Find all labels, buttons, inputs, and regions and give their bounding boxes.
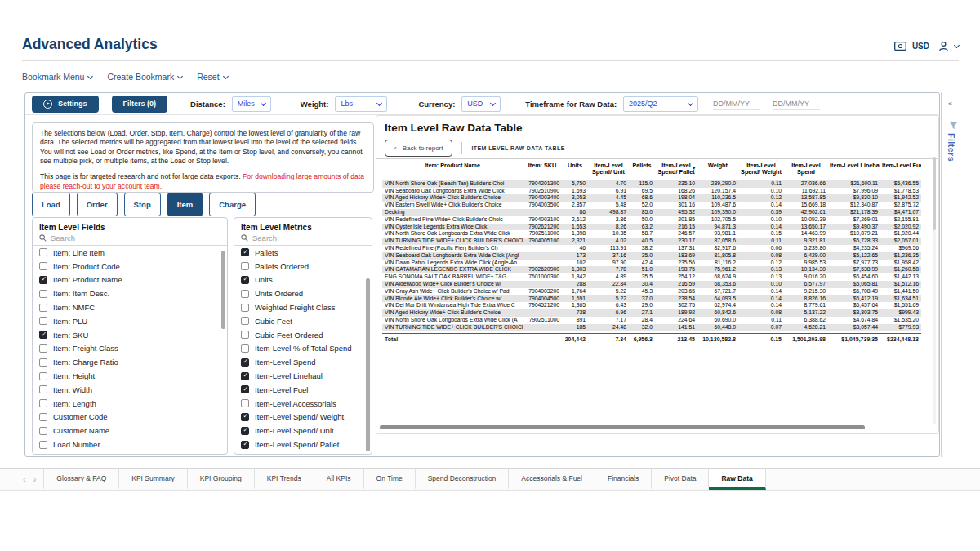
column-header[interactable]: Pallets	[629, 161, 655, 180]
checkbox-icon[interactable]	[39, 399, 47, 407]
metric-checkbox-row[interactable]: Pallets Ordered	[234, 260, 372, 273]
table-row[interactable]: VIN Blonde Ale Wide+ Click Builder's Cho…	[382, 295, 921, 303]
field-checkbox-row[interactable]: Item: Length	[33, 397, 227, 411]
report-page-tab[interactable]: KPI Trends	[255, 469, 314, 490]
field-checkbox-row[interactable]: Item: Freight Class	[33, 342, 227, 356]
checkbox-icon[interactable]	[39, 385, 47, 393]
metric-checkbox-row[interactable]: Units Ordered	[234, 287, 372, 300]
column-header[interactable]: Item-Level Spend/ Unit	[588, 161, 629, 180]
checkbox-icon[interactable]	[241, 427, 249, 435]
metric-checkbox-row[interactable]: Cubic Feet	[234, 314, 372, 328]
table-row[interactable]: VIN Seaboard Oak Longboards Extra Wide C…	[382, 252, 921, 260]
checkbox-icon[interactable]	[39, 413, 47, 421]
metric-checkbox-row[interactable]: Item-Level Accessorials	[234, 397, 372, 411]
report-page-tab[interactable]: Spend Deconstruction	[416, 469, 510, 490]
checkbox-icon[interactable]	[241, 441, 249, 449]
checkbox-icon[interactable]	[241, 304, 249, 312]
checkbox-icon[interactable]	[39, 344, 47, 353]
column-header[interactable]: Item: Product Name	[382, 161, 523, 180]
table-horizontal-scrollbar[interactable]	[380, 425, 865, 429]
sort-descending-icon[interactable]: ▼	[692, 166, 696, 171]
checkbox-icon[interactable]	[241, 344, 249, 353]
table-row[interactable]: VIN North Shore Oak Longboards Extra Wid…	[382, 317, 921, 324]
table-row[interactable]: VIN North Shore Oak Longboards Extra Wid…	[382, 230, 921, 238]
column-header[interactable]: Item-Level Linehaul	[828, 161, 880, 180]
checkbox-icon[interactable]	[241, 385, 249, 393]
column-header[interactable]: Item: SKU	[523, 161, 562, 180]
table-row[interactable]: VIN Eastern Swell Wide+ Click Builder's …	[382, 202, 921, 209]
table-row[interactable]: VIN Gray Ash Wide+ Click Builder's Choic…	[382, 288, 921, 295]
table-row[interactable]: VIN Alderwood Wide+ Click Builder's Choi…	[382, 281, 921, 288]
level-button[interactable]: Item	[167, 193, 203, 216]
checkbox-icon[interactable]	[39, 248, 47, 256]
checkbox-icon[interactable]	[241, 399, 249, 407]
table-row[interactable]: VIN TURNING TIDE WIDE+ CLICK BUILDER'S C…	[382, 324, 921, 331]
column-header[interactable]: Item-Level Spend	[784, 161, 828, 180]
table-row[interactable]: Decking 86 498.87 85.0 495.32 109,390.0 …	[382, 209, 921, 216]
scrollbar-thumb[interactable]	[933, 157, 936, 230]
table-row[interactable]: VIN North Shore Oak (Beach Tan) Builder'…	[382, 180, 921, 187]
table-row[interactable]: VIN Redefined Pine (Pacific Pier) Builde…	[382, 245, 921, 252]
table-row[interactable]: VIN Del Mar Drift Windansea High Tide Ex…	[382, 302, 921, 309]
checkbox-icon[interactable]	[39, 441, 47, 449]
filters-pane-label[interactable]: Filters	[947, 133, 956, 162]
collapse-pane-icon[interactable]: «	[948, 100, 952, 108]
report-page-tab[interactable]: Financials	[595, 469, 652, 490]
checkbox-icon[interactable]	[241, 372, 249, 380]
table-row[interactable]: VIN Oyster Isle Legends Extra Wide Click…	[382, 224, 921, 231]
user-icon[interactable]	[938, 41, 949, 51]
metric-checkbox-row[interactable]: Item-Level Spend	[234, 355, 372, 369]
report-page-tab[interactable]: Pivot Data	[652, 469, 709, 490]
distance-dropdown[interactable]: Miles	[232, 96, 271, 112]
tabs-next-icon[interactable]: ›	[33, 474, 37, 484]
currency-dropdown[interactable]: USD	[461, 96, 501, 112]
field-checkbox-row[interactable]: Item: Charge Ratio	[33, 355, 227, 369]
back-to-report-button[interactable]: ‹ Back to report	[385, 140, 452, 157]
field-checkbox-row[interactable]: Item: NMFC	[33, 300, 227, 314]
bookmark-menu-item[interactable]: Bookmark Menu	[22, 72, 92, 82]
checkbox-icon[interactable]	[39, 262, 47, 270]
level-button[interactable]: Order	[77, 193, 118, 216]
field-checkbox-row[interactable]: Item: Product Name	[33, 273, 227, 287]
field-checkbox-row[interactable]: Customer Code	[33, 411, 227, 424]
metrics-scrollbar[interactable]	[366, 278, 370, 451]
table-row[interactable]: VIN Dawn Patrol Legends Extra Wide Click…	[382, 260, 921, 267]
level-button[interactable]: Stop	[124, 193, 161, 216]
metric-checkbox-row[interactable]: Cubic Feet Ordered	[234, 328, 372, 342]
field-checkbox-row[interactable]: Customer Name	[33, 424, 227, 438]
column-header[interactable]: Item-Level Fuel	[880, 161, 921, 180]
field-checkbox-row[interactable]: Load Number	[33, 438, 227, 451]
table-row[interactable]: VIN Redefined Pine Wide+ Click Builder's…	[382, 216, 921, 224]
field-checkbox-row[interactable]: Item: Item Desc.	[33, 287, 227, 300]
checkbox-icon[interactable]	[241, 248, 249, 256]
table-row[interactable]: VIN Aged Hickory Wide+ Click Builder's C…	[382, 309, 921, 317]
column-header[interactable]: Item-Level Spend/ Weight	[738, 161, 784, 180]
timeframe-dropdown[interactable]: 2025/Q2	[623, 96, 698, 112]
metrics-search-input[interactable]: Search	[234, 233, 372, 246]
checkbox-icon[interactable]	[39, 317, 47, 325]
settings-button[interactable]: Settings	[32, 96, 99, 113]
checkbox-icon[interactable]	[39, 331, 47, 339]
checkbox-icon[interactable]	[39, 304, 47, 312]
table-row[interactable]: ENG SONOMA SALT OAK BARREL WIDE+ T&G 760…	[382, 273, 921, 281]
level-button[interactable]: Charge	[209, 193, 256, 216]
filter-funnel-icon[interactable]	[949, 122, 958, 130]
field-checkbox-row[interactable]: Item: PLU	[33, 314, 227, 328]
user-menu-chevron-icon[interactable]	[954, 42, 960, 48]
checkbox-icon[interactable]	[39, 276, 47, 284]
report-page-tab[interactable]: All KPIs	[314, 469, 364, 490]
field-checkbox-row[interactable]: Item: Width	[33, 383, 227, 397]
metric-checkbox-row[interactable]: Pallets	[234, 246, 372, 260]
metric-checkbox-row[interactable]: Item-Level % of Total Spend	[234, 342, 372, 356]
checkbox-icon[interactable]	[39, 427, 47, 435]
checkbox-icon[interactable]	[241, 317, 249, 325]
level-button[interactable]: Load	[32, 193, 70, 216]
metric-checkbox-row[interactable]: Item-Level Spend/ Pallet	[234, 438, 372, 451]
weight-dropdown[interactable]: Lbs	[335, 96, 387, 112]
metric-checkbox-row[interactable]: Item-Level Fuel	[234, 383, 372, 397]
metric-checkbox-row[interactable]: Weighted Freight Class	[234, 300, 372, 314]
metric-checkbox-row[interactable]: Item-Level Linehaul	[234, 369, 372, 383]
checkbox-icon[interactable]	[241, 358, 249, 367]
column-header[interactable]: Units	[562, 161, 588, 180]
table-row[interactable]: VIN CATAMARAN LEGENDS EXTRA WIDE CLICK 7…	[382, 266, 921, 273]
